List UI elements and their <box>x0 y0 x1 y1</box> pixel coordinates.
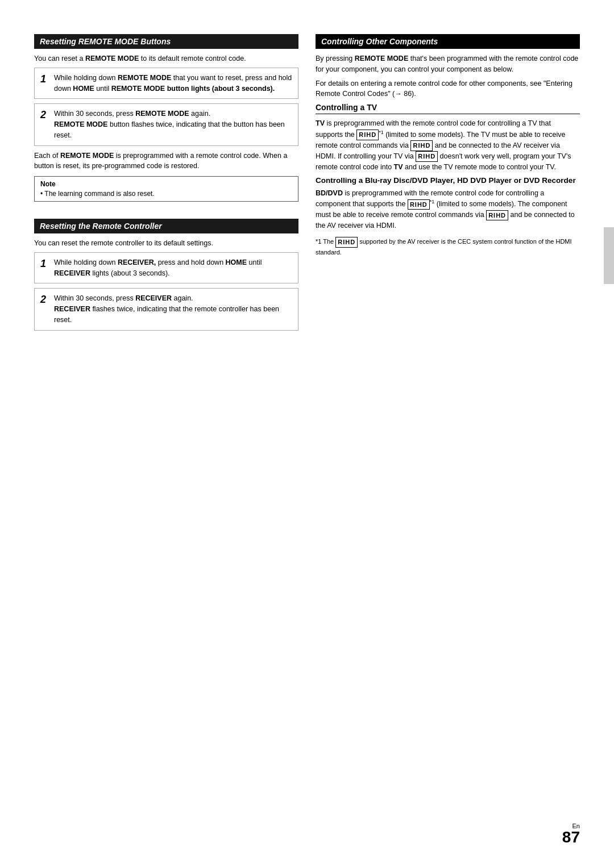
right-column: Controlling Other Components By pressing… <box>316 34 580 823</box>
section-resetting-remote-controller: Resetting the Remote Controller You can … <box>34 219 298 335</box>
step-2-remote-mode: 2 Within 30 seconds, press REMOTE MODE a… <box>34 103 298 145</box>
step-2-receiver: 2 Within 30 seconds, press RECEIVER agai… <box>34 288 298 330</box>
section-title-remote-controller: Resetting the Remote Controller <box>34 219 298 233</box>
section-title-remote-mode: Resetting REMOTE MODE Buttons <box>34 34 298 49</box>
rihd-logo-1: RIHD <box>356 130 379 140</box>
controlling-body: For details on entering a remote control… <box>316 78 580 100</box>
step-number-r1: 1 <box>40 257 49 279</box>
note-label: Note <box>40 180 292 188</box>
step-r2-content: Within 30 seconds, press RECEIVER again.… <box>54 293 292 325</box>
rihd-logo-5: RIHD <box>486 210 508 221</box>
note-box: Note • The learning command is also rese… <box>34 176 298 202</box>
step-2-content: Within 30 seconds, press REMOTE MODE aga… <box>54 108 292 140</box>
section-controlling-other: Controlling Other Components By pressing… <box>316 34 580 260</box>
main-content: Resetting REMOTE MODE Buttons You can re… <box>34 34 580 823</box>
page-number: 87 <box>562 829 580 845</box>
subsection-title-bluray: Controlling a Blu-ray Disc/DVD Player, H… <box>316 176 580 185</box>
controlling-tv-section: Controlling a TV TV is preprogrammed wit… <box>316 103 580 173</box>
section-title-rc-text: Resetting the Remote Controller <box>40 222 162 231</box>
bold-remote-mode: REMOTE MODE <box>85 55 139 62</box>
rihd-logo-footnote: RIHD <box>335 237 358 248</box>
section2-intro: You can reset the remote controller to i… <box>34 238 298 249</box>
step-number-1: 1 <box>40 73 49 94</box>
section-intro: You can reset a REMOTE MODE to its defau… <box>34 53 298 64</box>
right-tab <box>604 227 614 284</box>
step-number-2: 2 <box>40 108 49 140</box>
section-title-text: Resetting REMOTE MODE Buttons <box>40 37 171 46</box>
controlling-bluray-body: BD/DVD is preprogrammed with the remote … <box>316 188 580 232</box>
step-1-receiver: 1 While holding down RECEIVER, press and… <box>34 252 298 284</box>
subsection-title-tv: Controlling a TV <box>316 103 580 114</box>
page-footer: En 87 <box>562 823 580 845</box>
controlling-tv-body: TV is preprogrammed with the remote cont… <box>316 118 580 173</box>
step-1-remote-mode: 1 While holding down REMOTE MODE that yo… <box>34 68 298 99</box>
footnote: *1 The RIHD supported by the AV receiver… <box>316 237 580 257</box>
step-r1-content: While holding down RECEIVER, press and h… <box>54 257 292 279</box>
controlling-intro: By pressing REMOTE MODE that's been prog… <box>316 53 580 75</box>
step-1-content: While holding down REMOTE MODE that you … <box>54 73 292 94</box>
left-column: Resetting REMOTE MODE Buttons You can re… <box>34 34 298 823</box>
page: Resetting REMOTE MODE Buttons You can re… <box>0 0 614 868</box>
step-number-r2: 2 <box>40 293 49 325</box>
rihd-logo-2: RIHD <box>410 140 433 151</box>
section-resetting-remote-mode: Resetting REMOTE MODE Buttons You can re… <box>34 34 298 206</box>
controlling-bluray-section: Controlling a Blu-ray Disc/DVD Player, H… <box>316 176 580 232</box>
section-title-ctrl-text: Controlling Other Components <box>321 37 438 46</box>
note-text: • The learning command is also reset. <box>40 190 292 198</box>
section-title-controlling: Controlling Other Components <box>316 34 580 49</box>
section-body: Each of REMOTE MODE is preprogrammed wit… <box>34 151 298 172</box>
rihd-logo-4: RIHD <box>408 199 430 210</box>
rihd-logo-3: RIHD <box>416 151 438 162</box>
